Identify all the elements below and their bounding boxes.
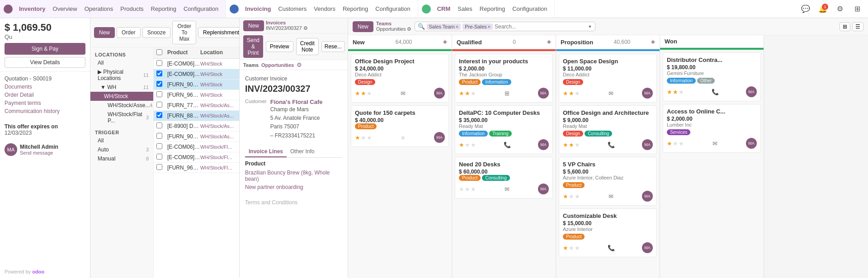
row-checkbox[interactable] bbox=[156, 112, 162, 118]
kanban-card[interactable]: Access to Online C... $ 2,000.00 Lumber … bbox=[663, 104, 761, 153]
product-item-2[interactable]: New partner onboarding bbox=[245, 184, 342, 190]
pre-sales-tag[interactable]: Pre-Sales × bbox=[462, 24, 493, 30]
add-card-btn-new[interactable]: + bbox=[443, 38, 447, 46]
table-row[interactable]: [FURN_9001] Flipover WH/Stock bbox=[154, 80, 239, 90]
order-detail-link[interactable]: Order Detail bbox=[5, 92, 85, 98]
row-checkbox[interactable] bbox=[156, 133, 162, 139]
select-all-checkbox[interactable] bbox=[156, 49, 162, 55]
table-row[interactable]: [E-COM09] Large Desk WH/Stock/Fl... bbox=[154, 152, 239, 163]
nav-link-reporting-crm[interactable]: Reporting bbox=[476, 0, 509, 18]
card-action-icons[interactable]: 📞 bbox=[712, 89, 719, 95]
card-action-icons[interactable]: ✉ bbox=[712, 140, 717, 147]
nav-link-vendors[interactable]: Vendors bbox=[310, 0, 339, 18]
kanban-card[interactable]: Customizable Desk $ 15,000.00 Azure Inte… bbox=[559, 208, 657, 257]
nav-link-config-inv[interactable]: Configuration bbox=[180, 0, 222, 18]
table-row[interactable]: [E-COM06] Corner Desk ... WH/Stock bbox=[154, 59, 239, 69]
kanban-card[interactable]: Interest in your products $ 2,000.00 The… bbox=[455, 54, 553, 103]
kanban-card[interactable]: Office Design and Architecture $ 9,000.0… bbox=[559, 105, 657, 154]
row-checkbox[interactable] bbox=[156, 91, 162, 97]
crm-search-input[interactable] bbox=[495, 24, 586, 30]
loc-all[interactable]: All bbox=[90, 58, 153, 67]
snooze-button[interactable]: Snooze bbox=[142, 27, 171, 38]
table-row[interactable]: [FURN_9001] Flipover WH/Stock/As... bbox=[154, 132, 239, 142]
add-card-btn-proposition[interactable]: + bbox=[651, 38, 655, 46]
nav-link-inventory[interactable]: Inventory bbox=[15, 0, 49, 18]
row-checkbox[interactable] bbox=[156, 123, 162, 128]
new-button-crm[interactable]: New bbox=[353, 21, 373, 32]
trigger-all[interactable]: All bbox=[90, 136, 153, 145]
nav-link-operations[interactable]: Operations bbox=[81, 0, 117, 18]
send-message-link[interactable]: Send message bbox=[20, 150, 58, 155]
crm-teams-dropdown[interactable]: Teams Opportunities ⚙ bbox=[376, 21, 411, 32]
loc-physical[interactable]: ▶ Physical Locations 11 bbox=[90, 67, 153, 83]
order-button[interactable]: Order bbox=[117, 27, 141, 38]
nav-link-products[interactable]: Products bbox=[117, 0, 147, 18]
loc-wh[interactable]: ▼ WH 11 bbox=[90, 83, 153, 92]
settings-icon[interactable]: ⚙ bbox=[834, 3, 846, 15]
loc-wh-stock[interactable]: WH/Stock bbox=[90, 92, 153, 101]
row-checkbox[interactable] bbox=[156, 60, 162, 66]
customer-name[interactable]: Fiona's Floral Cafe bbox=[270, 99, 323, 105]
invoice-ref-dropdown[interactable]: Invoices INV/2023/00327 ⚙ bbox=[266, 20, 308, 31]
row-checkbox[interactable] bbox=[156, 154, 162, 160]
table-row[interactable]: [E-COM09] Large Desk WH/Stock bbox=[154, 69, 239, 80]
sign-pay-button[interactable]: Sign & Pay bbox=[5, 43, 85, 55]
replenishment-button[interactable]: Replenishment bbox=[198, 27, 240, 38]
card-action-icons[interactable]: 📞 bbox=[608, 141, 615, 148]
card-action-icons[interactable]: ○ bbox=[401, 134, 405, 141]
payment-terms-link[interactable]: Payment terms bbox=[5, 100, 85, 106]
kanban-card[interactable]: 5 VP Chairs $ 5,600.00 Azure Interior, C… bbox=[559, 157, 657, 206]
kanban-card[interactable]: Open Space Design $ 11,000.00 Deco Addic… bbox=[559, 54, 657, 103]
tab-other-info[interactable]: Other Info bbox=[287, 146, 318, 157]
nav-link-customers[interactable]: Customers bbox=[274, 0, 310, 18]
comm-history-link[interactable]: Communication history bbox=[5, 108, 85, 114]
row-checkbox[interactable] bbox=[156, 71, 162, 76]
loc-wh-stock-flat[interactable]: WH/Stock/Flat P... 3 bbox=[90, 110, 153, 125]
card-action-icons[interactable]: ⊞ bbox=[505, 90, 509, 97]
table-row[interactable]: [E-8900] Drawer Black WH/Stock/As... bbox=[154, 121, 239, 132]
opportunities-settings[interactable]: ⚙ bbox=[297, 61, 302, 68]
kanban-card[interactable]: Office Design Project $ 24,000.00 Deco A… bbox=[351, 54, 449, 103]
card-action-icons[interactable]: ✉ bbox=[401, 90, 406, 97]
row-checkbox[interactable] bbox=[156, 164, 162, 170]
table-row[interactable]: [E-COM06] Corner Desk ... WH/Stock/Fl... bbox=[154, 142, 239, 152]
kanban-card[interactable]: Need 20 Desks $ 60,000.00 ProductConsult… bbox=[455, 157, 553, 198]
row-checkbox[interactable] bbox=[156, 81, 162, 87]
table-row[interactable]: [FURN_9666] Table WH/Stock/Fl... bbox=[154, 163, 239, 173]
table-row[interactable]: [FURN_9666] Table WH/Stock bbox=[154, 90, 239, 100]
order-to-max-button[interactable]: Order To Max bbox=[172, 21, 196, 44]
nav-link-overview[interactable]: Overview bbox=[49, 0, 81, 18]
kanban-card[interactable]: Distributor Contra... $ 19,800.00 Gemini… bbox=[663, 52, 761, 101]
row-checkbox[interactable] bbox=[156, 102, 162, 108]
kanban-card[interactable]: DeltaPC: 10 Computer Desks $ 35,000.00 R… bbox=[455, 105, 553, 154]
card-action-icons[interactable]: ✉ bbox=[505, 186, 509, 193]
list-view-btn[interactable]: ☰ bbox=[852, 22, 863, 31]
row-checkbox[interactable] bbox=[156, 143, 162, 149]
apps-icon[interactable]: ⊞ bbox=[851, 3, 863, 15]
card-action-icons[interactable]: 📞 bbox=[504, 141, 511, 148]
table-row[interactable]: [FURN_8888] Office Lamp WH/Stock/As... bbox=[154, 111, 239, 121]
new-button-invoice[interactable]: New bbox=[243, 20, 264, 31]
send-print-button[interactable]: Send & Print bbox=[243, 35, 263, 58]
table-row[interactable]: [FURN_7777] Office Chair WH/Stock/As... bbox=[154, 100, 239, 111]
preview-button[interactable]: Preview bbox=[266, 41, 293, 52]
sales-team-tag[interactable]: Sales Team × bbox=[427, 24, 461, 30]
nav-link-crm[interactable]: CRM bbox=[434, 0, 454, 18]
reset-button[interactable]: Rese... bbox=[321, 41, 345, 52]
chat-icon[interactable]: 💬 bbox=[799, 3, 812, 15]
view-details-button[interactable]: View Details bbox=[5, 57, 85, 68]
nav-link-report-inv[interactable]: Reporting bbox=[339, 0, 372, 18]
nav-link-config-invoicing[interactable]: Configuration bbox=[372, 0, 414, 18]
new-button-inventory[interactable]: New bbox=[94, 27, 115, 38]
card-action-icons[interactable]: ✉ bbox=[609, 90, 613, 97]
kanban-view-btn[interactable]: ⊞ bbox=[840, 22, 850, 31]
trigger-auto[interactable]: Auto 3 bbox=[90, 145, 153, 154]
card-action-icons[interactable]: 📞 bbox=[608, 245, 615, 251]
nav-link-sales[interactable]: Sales bbox=[454, 0, 476, 18]
product-item-1[interactable]: Brazilian Bouncy Brew (8kg, Whole bean) bbox=[245, 170, 342, 182]
add-card-btn-qualified[interactable]: + bbox=[547, 38, 551, 46]
opportunities-link[interactable]: Opportunities bbox=[261, 62, 294, 68]
tab-invoice-lines[interactable]: Invoice Lines bbox=[245, 146, 287, 157]
loc-wh-stock-asse[interactable]: WH/Stock/Asse... 4 bbox=[90, 101, 153, 110]
credit-note-button[interactable]: Credit Note bbox=[296, 38, 319, 55]
